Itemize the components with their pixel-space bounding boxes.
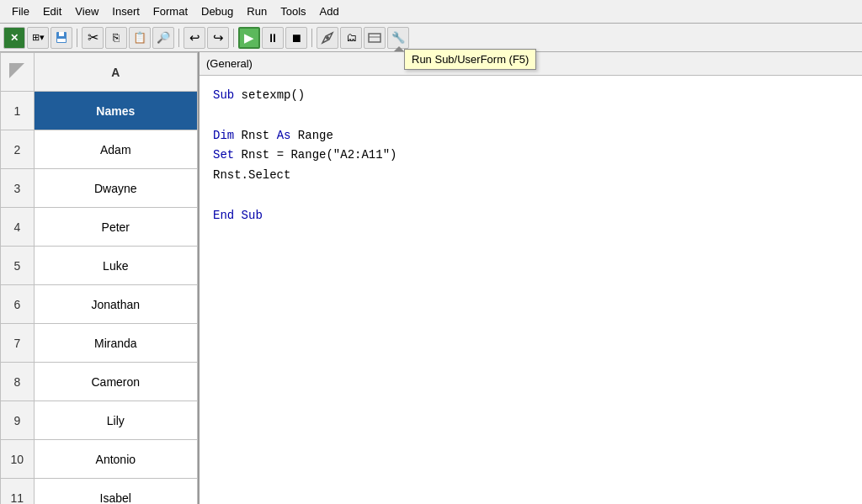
svg-rect-1 xyxy=(59,32,64,36)
svg-rect-2 xyxy=(57,39,66,42)
undo-button[interactable]: ↩ xyxy=(184,27,205,49)
row-header-10: 10 xyxy=(1,440,35,479)
pause-button[interactable]: ⏸ xyxy=(262,27,284,49)
menu-tools[interactable]: Tools xyxy=(275,3,311,19)
redo-button[interactable]: ↪ xyxy=(207,27,229,49)
run-tooltip: Run Sub/UserForm (F5) xyxy=(404,49,536,70)
cell-a9[interactable]: Lily xyxy=(34,401,197,440)
menu-add[interactable]: Add xyxy=(315,3,344,19)
separator-4 xyxy=(311,29,312,47)
extra-button-1[interactable] xyxy=(364,27,386,49)
cell-a7[interactable]: Miranda xyxy=(34,324,197,363)
excel-icon-button[interactable]: ✕ xyxy=(3,27,25,49)
spreadsheet: A 1Names2Adam3Dwayne4Peter5Luke6Jonathan… xyxy=(0,52,200,504)
separator-3 xyxy=(233,29,234,47)
tooltip-arrow xyxy=(394,46,404,51)
row-header-8: 8 xyxy=(1,363,35,401)
corner-header xyxy=(1,53,35,92)
code-line: Sub setexmp() xyxy=(213,86,849,106)
vba-editor-panel: (General) Sub setexmp() Dim Rnst As Rang… xyxy=(200,52,862,504)
row-header-11: 11 xyxy=(1,479,35,505)
cell-a5[interactable]: Luke xyxy=(34,247,197,285)
cell-a4[interactable]: Peter xyxy=(34,208,197,247)
menu-edit[interactable]: Edit xyxy=(38,3,67,19)
code-line: Dim Rnst As Range xyxy=(213,126,849,146)
design-mode-button[interactable] xyxy=(317,27,338,49)
code-line xyxy=(213,106,849,126)
sheet-table: A 1Names2Adam3Dwayne4Peter5Luke6Jonathan… xyxy=(0,52,198,504)
row-header-3: 3 xyxy=(1,169,35,208)
menu-run[interactable]: Run xyxy=(242,3,272,19)
cell-a2[interactable]: Adam xyxy=(34,130,197,169)
cell-a3[interactable]: Dwayne xyxy=(34,169,197,208)
copy-button[interactable]: ⎘ xyxy=(105,27,127,49)
menu-file[interactable]: File xyxy=(7,3,35,19)
general-label: (General) xyxy=(206,57,253,70)
explorer-button[interactable]: 🗂 xyxy=(340,27,362,49)
extra-button-2[interactable]: 🔧 xyxy=(387,27,409,49)
toolbar: ✕ ⊞▾ ✂ ⎘ 📋 🔎 ↩ ↪ ▶ ⏸ ⏹ 🗂 🔧 Run Sub/UserF… xyxy=(0,24,862,52)
row-header-6: 6 xyxy=(1,285,35,324)
code-line xyxy=(213,186,849,206)
cut-button[interactable]: ✂ xyxy=(82,27,104,49)
run-button[interactable]: ▶ xyxy=(238,27,260,49)
row-header-4: 4 xyxy=(1,208,35,247)
row-header-5: 5 xyxy=(1,247,35,285)
menu-format[interactable]: Format xyxy=(148,3,193,19)
code-line: Set Rnst = Range("A2:A11") xyxy=(213,146,849,166)
separator-1 xyxy=(77,29,77,47)
row-header-2: 2 xyxy=(1,130,35,169)
save-button[interactable] xyxy=(51,27,72,49)
code-line: End Sub xyxy=(213,206,849,226)
paste-button[interactable]: 📋 xyxy=(129,27,151,49)
cell-a11[interactable]: Isabel xyxy=(34,479,197,505)
separator-2 xyxy=(178,29,179,47)
svg-marker-7 xyxy=(9,63,24,78)
find-button[interactable]: 🔎 xyxy=(152,27,174,49)
svg-rect-5 xyxy=(369,34,380,42)
menu-view[interactable]: View xyxy=(70,3,104,19)
code-line: Rnst.Select xyxy=(213,166,849,186)
stop-button[interactable]: ⏹ xyxy=(285,27,307,49)
main-area: A 1Names2Adam3Dwayne4Peter5Luke6Jonathan… xyxy=(0,52,862,504)
cell-a6[interactable]: Jonathan xyxy=(34,285,197,324)
menu-insert[interactable]: Insert xyxy=(107,3,145,19)
menu-bar: File Edit View Insert Format Debug Run T… xyxy=(0,0,862,24)
properties-button[interactable]: ⊞▾ xyxy=(27,27,49,49)
cell-a8[interactable]: Cameron xyxy=(34,363,197,401)
menu-debug[interactable]: Debug xyxy=(196,3,238,19)
vba-code-area[interactable]: Sub setexmp() Dim Rnst As RangeSet Rnst … xyxy=(200,76,862,504)
cell-a10[interactable]: Antonio xyxy=(34,440,197,479)
cell-a1[interactable]: Names xyxy=(34,92,197,130)
row-header-7: 7 xyxy=(1,324,35,363)
row-header-9: 9 xyxy=(1,401,35,440)
row-header-1: 1 xyxy=(1,92,35,130)
svg-point-4 xyxy=(326,36,329,40)
col-a-header[interactable]: A xyxy=(34,53,197,92)
